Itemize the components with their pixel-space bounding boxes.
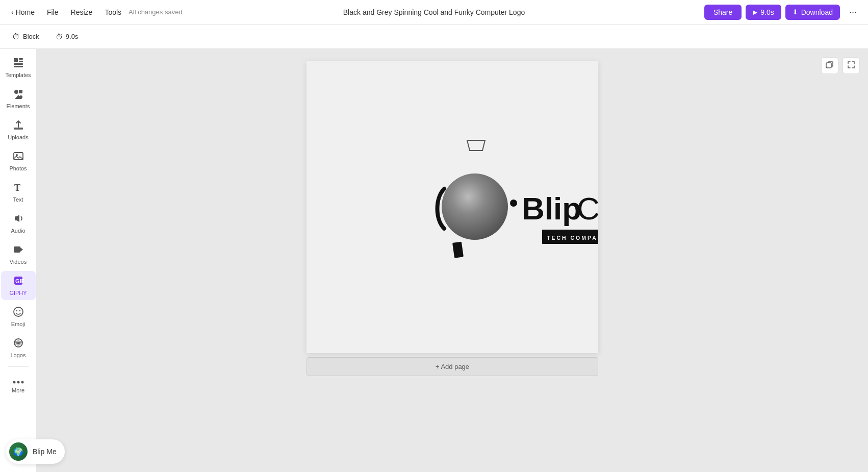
svg-rect-0 [14, 58, 18, 62]
text-icon: T [13, 182, 24, 194]
sidebar-divider [8, 366, 29, 367]
duration-label: 9.0s [66, 33, 79, 40]
svg-marker-24 [467, 140, 485, 151]
play-icon: ▶ [753, 9, 757, 16]
svg-point-18 [19, 310, 20, 311]
photos-icon [13, 151, 24, 163]
emoji-icon [13, 306, 24, 319]
expand-button[interactable] [843, 57, 860, 74]
sidebar-item-elements[interactable]: Elements [1, 84, 36, 113]
svg-text:T: T [14, 183, 20, 193]
sidebar-item-templates[interactable]: Templates [1, 53, 36, 82]
file-label: File [47, 8, 59, 16]
emoji-label: Emoji [11, 321, 25, 327]
secondary-toolbar: ⏱ Block ⏱ 9.0s [0, 24, 868, 49]
block-icon: ⏱ [12, 32, 20, 41]
svg-point-20 [13, 381, 15, 384]
home-label: Home [16, 8, 35, 16]
svg-point-22 [21, 381, 23, 384]
audio-icon [13, 213, 24, 226]
sidebar-item-photos[interactable]: Photos [1, 146, 36, 176]
sidebar-item-emoji[interactable]: Emoji [1, 302, 36, 331]
svg-point-26 [510, 200, 517, 207]
uploads-label: Uploads [8, 134, 28, 140]
add-page-button[interactable]: + Add page [307, 357, 598, 376]
more-icon [13, 375, 24, 385]
svg-text:TECH COMPANY: TECH COMPANY [547, 235, 598, 241]
svg-text:Blip: Blip [522, 191, 581, 226]
user-name: Blip Me [33, 448, 57, 456]
more-label: More [12, 387, 24, 393]
elements-label: Elements [7, 103, 30, 109]
more-icon: ··· [849, 7, 857, 17]
photos-label: Photos [9, 165, 27, 171]
resize-button[interactable]: Resize [66, 5, 98, 19]
svg-text:Co.: Co. [577, 191, 598, 226]
svg-point-5 [14, 90, 18, 94]
svg-rect-6 [19, 90, 22, 93]
giphy-icon: GIF [13, 275, 24, 288]
svg-rect-12 [14, 246, 20, 253]
svg-text:GIF: GIF [15, 278, 24, 284]
elements-icon [13, 88, 24, 101]
svg-marker-13 [20, 247, 23, 252]
svg-rect-4 [14, 66, 23, 67]
clock-icon: ⏱ [56, 33, 63, 41]
svg-point-17 [16, 310, 17, 311]
play-duration: 9.0s [760, 8, 774, 16]
left-sidebar: Templates Elements [0, 49, 37, 472]
share-button[interactable]: Share [704, 5, 742, 20]
svg-rect-1 [19, 58, 23, 60]
svg-point-25 [442, 173, 508, 240]
templates-label: Templates [5, 72, 31, 78]
download-button[interactable]: ⬇ Download [785, 5, 840, 20]
svg-rect-3 [14, 63, 23, 65]
play-button[interactable]: ▶ 9.0s [746, 5, 781, 20]
canvas-controls [821, 57, 860, 74]
file-button[interactable]: File [42, 5, 64, 19]
svg-point-16 [14, 307, 23, 316]
audio-label: Audio [11, 228, 25, 234]
auto-save-status: All changes saved [129, 8, 183, 16]
main-layout: Templates Elements [0, 49, 868, 472]
sidebar-item-text[interactable]: T Text [1, 178, 36, 207]
tools-button[interactable]: Tools [99, 5, 126, 19]
block-label: Block [23, 33, 39, 40]
chevron-left-icon: ‹ [11, 8, 14, 16]
download-label: Download [801, 8, 833, 16]
block-selector[interactable]: ⏱ Block [8, 30, 43, 43]
templates-icon [13, 57, 24, 70]
sidebar-item-videos[interactable]: Videos [1, 240, 36, 269]
sidebar-item-giphy[interactable]: GIF GIPHY [1, 271, 36, 300]
svg-rect-8 [19, 95, 22, 98]
videos-icon [13, 244, 24, 257]
svg-rect-28 [542, 230, 598, 244]
design-canvas[interactable]: TECH COMPANY Blip Co. [307, 61, 598, 353]
svg-rect-23 [826, 63, 831, 68]
text-label: Text [13, 196, 23, 203]
logos-icon [13, 337, 24, 350]
svg-point-21 [17, 381, 19, 384]
add-page-label: + Add page [436, 363, 469, 370]
home-button[interactable]: ‹ Home [6, 5, 40, 19]
videos-label: Videos [10, 259, 27, 265]
canvas-wrapper: TECH COMPANY Blip Co. + Add page [307, 61, 598, 376]
download-icon: ⬇ [793, 8, 798, 16]
uploads-icon [13, 119, 24, 132]
sidebar-item-uploads[interactable]: Uploads [1, 115, 36, 144]
sidebar-item-logos[interactable]: Logos [1, 333, 36, 362]
sidebar-item-more[interactable]: More [1, 371, 36, 398]
logos-label: Logos [11, 352, 26, 358]
duration-selector[interactable]: ⏱ 9.0s [52, 31, 83, 43]
sidebar-item-audio[interactable]: Audio [1, 209, 36, 238]
document-title: Black and Grey Spinning Cool and Funky C… [343, 8, 525, 16]
canvas-area[interactable]: TECH COMPANY Blip Co. + Add page [37, 49, 868, 472]
duplicate-frame-button[interactable] [821, 57, 838, 74]
more-options-button[interactable]: ··· [844, 3, 862, 21]
user-profile-bar[interactable]: 🌍 Blip Me [6, 439, 65, 464]
tools-label: Tools [105, 8, 121, 16]
user-avatar: 🌍 [9, 442, 28, 461]
svg-rect-27 [452, 242, 464, 258]
navbar: ‹ Home File Resize Tools All changes sav… [0, 0, 868, 24]
nav-right-actions: Share ▶ 9.0s ⬇ Download ··· [704, 3, 862, 21]
